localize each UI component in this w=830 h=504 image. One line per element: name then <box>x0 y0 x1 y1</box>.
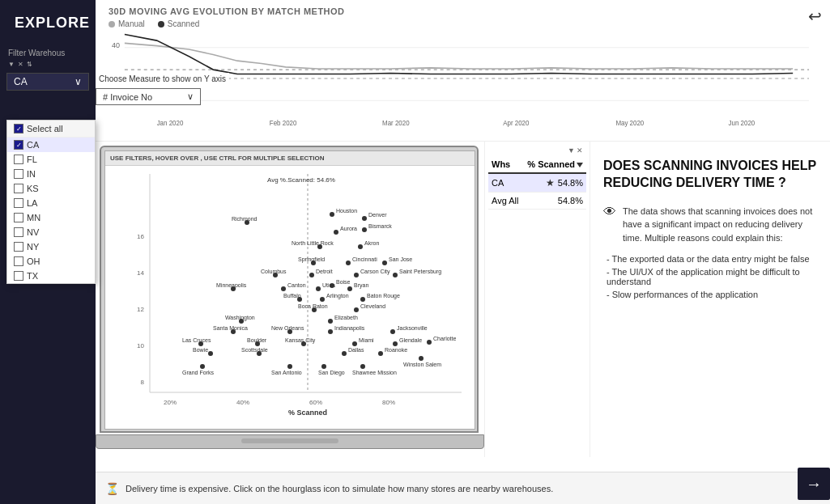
whs-col-header: Whs <box>492 159 510 169</box>
whs-row-ca[interactable]: CA ★ 54.8% <box>488 174 586 193</box>
oh-checkbox[interactable] <box>14 256 23 266</box>
svg-point-57 <box>393 273 398 277</box>
mn-label: MN <box>27 213 40 222</box>
dropdown-item-nv[interactable]: NV <box>7 225 95 239</box>
svg-text:40%: 40% <box>236 399 249 406</box>
svg-text:Canton: Canton <box>287 282 306 288</box>
dropdown-item-mn[interactable]: MN <box>7 210 95 225</box>
forward-button[interactable]: → <box>798 468 830 500</box>
svg-text:Springfield: Springfield <box>298 256 325 263</box>
nv-checkbox[interactable] <box>14 227 23 237</box>
svg-text:Santa Monica: Santa Monica <box>213 325 248 331</box>
scanned-dot-icon <box>158 21 164 28</box>
svg-text:North Little Rock: North Little Rock <box>292 240 334 246</box>
dropdown-item-fl[interactable]: FL <box>7 152 95 167</box>
chart-title: 30D MOVING AVG EVOLUTION BY MATCH METHOD <box>109 6 817 16</box>
ny-checkbox[interactable] <box>14 242 23 252</box>
info-list-item-1: - The exported data or the data entry mi… <box>607 254 817 264</box>
ks-checkbox[interactable] <box>14 184 23 193</box>
svg-text:Buffalo: Buffalo <box>283 293 301 299</box>
dropdown-item-oh[interactable]: OH <box>7 254 95 269</box>
fl-checkbox[interactable] <box>14 155 23 164</box>
select-all-checkbox[interactable]: ✓ <box>14 124 23 133</box>
measure-container: Choose Measure to show on Y axis # Invoi… <box>96 73 229 105</box>
dropdown-item-ca[interactable]: ✓ CA <box>7 138 95 152</box>
dropdown-select-all[interactable]: ✓ Select all <box>7 121 95 138</box>
svg-text:Glendale: Glendale <box>399 337 422 343</box>
la-checkbox[interactable] <box>14 198 23 208</box>
svg-point-61 <box>281 286 286 291</box>
fl-label: FL <box>27 155 37 164</box>
svg-text:Carson City: Carson City <box>360 269 390 275</box>
svg-text:14: 14 <box>137 269 144 277</box>
svg-point-73 <box>360 297 365 302</box>
svg-text:Washington: Washington <box>225 315 255 321</box>
filter-clear-icon: ✕ <box>577 146 583 155</box>
svg-text:Richmond: Richmond <box>232 216 258 222</box>
hourglass-icon[interactable]: ⏳ <box>105 482 119 495</box>
info-panel: DOES SCANNING INVOICES HELP REDUCING DEL… <box>590 142 830 457</box>
back-button[interactable]: ↩ <box>808 6 822 26</box>
dropdown-item-ks[interactable]: KS <box>7 181 95 196</box>
svg-text:Boulder: Boulder <box>247 337 267 343</box>
svg-point-107 <box>342 351 347 356</box>
svg-point-33 <box>362 216 367 221</box>
tx-checkbox[interactable] <box>14 271 23 281</box>
svg-point-31 <box>330 212 334 217</box>
dropdown-item-in[interactable]: IN <box>7 167 95 181</box>
whs-avg-pct: 54.8% <box>558 196 583 205</box>
ca-label: CA <box>27 140 39 150</box>
svg-text:Columbus: Columbus <box>261 269 287 274</box>
svg-text:Shawnee Mission: Shawnee Mission <box>352 370 397 375</box>
in-checkbox[interactable] <box>14 169 23 179</box>
svg-point-55 <box>354 273 359 277</box>
sidebar-logo: EXPLORE <box>0 0 96 45</box>
svg-point-49 <box>382 260 387 265</box>
ny-label: NY <box>27 242 39 252</box>
svg-point-67 <box>347 286 352 291</box>
whs-filter-icons: ▼ ✕ <box>488 145 586 156</box>
warehouse-dropdown-overlay[interactable]: ✓ Select all ✓ CA FL IN KS LA MN NV NY O… <box>6 120 96 284</box>
svg-text:Utica: Utica <box>322 282 335 288</box>
svg-text:Baton Rouge: Baton Rouge <box>367 293 400 299</box>
info-list-item-3: - Slow performances of the application <box>607 290 817 299</box>
mn-checkbox[interactable] <box>14 213 23 222</box>
svg-text:Denver: Denver <box>368 212 387 218</box>
info-list: - The exported data or the data entry mi… <box>603 254 817 299</box>
dropdown-item-ny[interactable]: NY <box>7 239 95 254</box>
svg-text:Jacksonville: Jacksonville <box>397 325 428 331</box>
dropdown-item-tx[interactable]: TX <box>7 269 95 283</box>
svg-text:Scottsdale: Scottsdale <box>241 347 268 353</box>
svg-point-39 <box>362 227 367 232</box>
svg-point-43 <box>358 244 363 249</box>
info-list-item-2: - The UI/UX of the application might be … <box>607 267 817 286</box>
warehouse-dropdown[interactable]: CA ∨ <box>6 73 89 91</box>
svg-point-87 <box>328 329 333 334</box>
svg-point-77 <box>354 307 359 312</box>
svg-text:Apr 2020: Apr 2020 <box>503 118 530 126</box>
svg-text:Aurora: Aurora <box>340 226 357 231</box>
svg-text:8: 8 <box>141 379 145 386</box>
oh-label: OH <box>27 256 40 266</box>
svg-text:80%: 80% <box>382 399 395 406</box>
info-body-text: The data shows that scanning invoices do… <box>623 205 817 245</box>
svg-text:San Jose: San Jose <box>389 256 412 262</box>
measure-dropdown[interactable]: # Invoice No ∨ <box>96 88 201 105</box>
svg-text:60%: 60% <box>309 399 322 406</box>
la-label: LA <box>27 198 37 208</box>
svg-text:Mar 2020: Mar 2020 <box>382 118 410 126</box>
svg-point-89 <box>390 329 395 334</box>
scatter-header: USE FILTERS, HOVER OVER , USE CTRL FOR M… <box>105 151 475 166</box>
svg-point-113 <box>200 364 205 369</box>
svg-text:Bowie: Bowie <box>193 347 208 353</box>
ca-checkbox[interactable]: ✓ <box>14 140 23 150</box>
scatter-container: USE FILTERS, HOVER OVER , USE CTRL FOR M… <box>96 142 484 453</box>
measure-chevron-icon: ∨ <box>187 91 194 102</box>
svg-point-109 <box>378 351 383 356</box>
svg-text:Feb 2020: Feb 2020 <box>270 118 297 126</box>
svg-text:% Scanned: % Scanned <box>288 409 327 417</box>
svg-point-37 <box>334 230 338 235</box>
svg-point-53 <box>309 273 314 277</box>
filter-funnel-icon: ▼ <box>568 146 575 155</box>
dropdown-item-la[interactable]: LA <box>7 196 95 210</box>
